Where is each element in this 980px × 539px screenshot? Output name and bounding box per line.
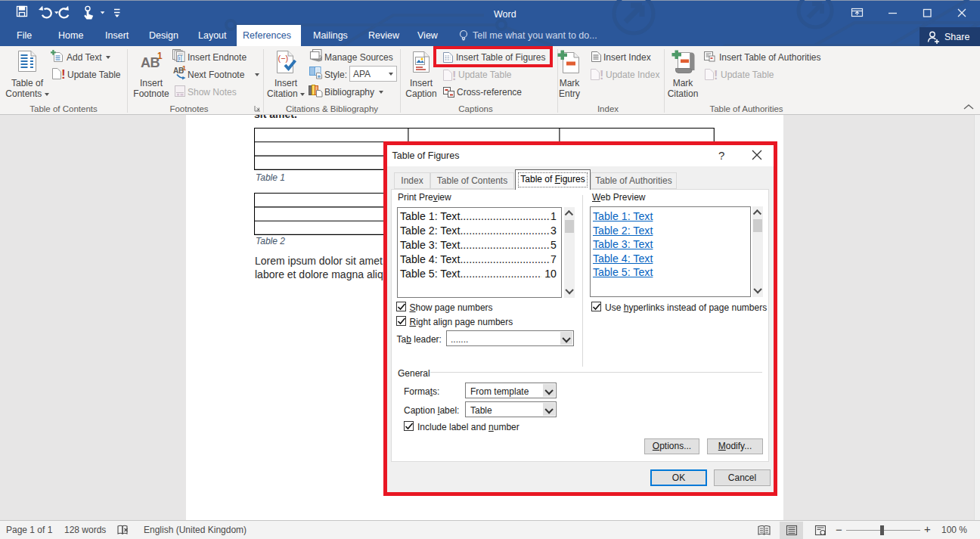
svg-text:(−): (−) (278, 54, 289, 63)
svg-text:[i]: [i] (177, 54, 182, 62)
svg-text:!: ! (452, 70, 456, 82)
svg-text:!: ! (600, 69, 603, 81)
svg-text:!: ! (61, 67, 66, 80)
svg-text:!: ! (714, 69, 718, 81)
